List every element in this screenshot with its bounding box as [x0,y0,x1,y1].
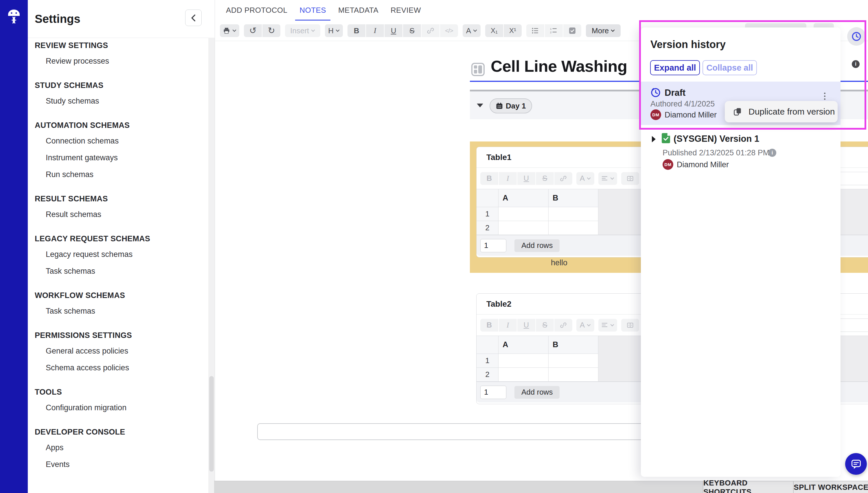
strikethrough-button[interactable]: S [536,172,554,185]
sidebar-item-result-schemas[interactable]: Result schemas [28,206,208,223]
sidebar-item-study-schemas[interactable]: Study schemas [28,92,208,109]
italic-button[interactable]: I [499,172,517,185]
insert-menu-button[interactable]: Insert [285,24,320,37]
text-color-button[interactable]: A [576,319,594,331]
tab-notes[interactable]: NOTES [294,0,332,21]
corner-cell[interactable] [477,189,499,207]
expand-version-caret[interactable] [652,136,656,142]
print-button[interactable] [220,24,239,37]
row-header[interactable]: 2 [477,221,499,235]
settings-scrollbar[interactable] [208,38,215,493]
bold-button[interactable]: B [480,172,498,185]
superscript-button[interactable]: X¹ [504,24,522,37]
sidebar-item-run-schemas[interactable]: Run schemas [28,166,208,183]
redo-button[interactable]: ↻ [262,24,280,37]
cell-b1[interactable] [548,354,598,368]
underline-button[interactable]: U [517,319,535,331]
merge-cells-button[interactable] [621,172,639,185]
entry-title[interactable]: Cell Line Washing [491,57,627,76]
empty-text-field[interactable] [257,423,690,440]
text-color-button[interactable]: A [576,172,594,185]
text-color-button[interactable]: A [463,24,481,37]
bullet-list-button[interactable] [526,24,544,37]
sidebar-item-workflow-task-schemas[interactable]: Task schemas [28,303,208,319]
benchling-logo-icon[interactable] [7,7,21,24]
bold-button[interactable]: B [347,24,365,37]
subscript-button[interactable]: X₁ [485,24,503,37]
cell-a1[interactable] [499,207,548,221]
merge-cells-button[interactable] [621,319,639,331]
duplicate-icon [734,107,742,116]
heading-menu-button[interactable]: H [325,24,343,37]
collapse-all-button[interactable]: Collapse all [702,60,757,75]
version-entry-v1[interactable]: (SYSGEN) Version 1 Published 2/13/2025 0… [641,132,841,175]
align-menu-button[interactable] [598,319,617,331]
sidebar-item-apps[interactable]: Apps [28,439,208,456]
row-header[interactable]: 1 [477,207,499,221]
collapse-day-caret[interactable] [477,104,483,107]
collapse-panel-button[interactable] [185,9,202,26]
cell-a2[interactable] [499,221,548,235]
version-name[interactable]: Draft [665,88,686,98]
column-header-a[interactable]: A [499,336,548,354]
table-caption[interactable]: hello [551,258,567,267]
keyboard-shortcuts-button[interactable]: KEYBOARD SHORTCUTS [703,481,794,493]
numbered-list-button[interactable]: 1 2 [545,24,563,37]
sidebar-item-instrument-gateways[interactable]: Instrument gateways [28,149,208,166]
column-header-b[interactable]: B [548,189,598,207]
sidebar-item-review-processes[interactable]: Review processes [28,53,208,69]
italic-button[interactable]: I [499,319,517,331]
cell-a2[interactable] [499,368,548,382]
corner-cell[interactable] [477,336,499,354]
bold-button[interactable]: B [480,319,498,331]
column-header-b[interactable]: B [548,336,598,354]
row-header[interactable]: 1 [477,354,499,368]
strikethrough-button[interactable]: S [403,24,421,37]
tab-metadata[interactable]: METADATA [332,0,385,21]
cell-b2[interactable] [548,221,598,235]
column-header-a[interactable]: A [499,189,548,207]
sidebar-item-legacy-task-schemas[interactable]: Task schemas [28,263,208,279]
expand-all-button[interactable]: Expand all [650,60,700,75]
split-workspace-button[interactable]: SPLIT WORKSPACE [793,481,868,493]
link-button[interactable] [555,172,572,185]
kebab-menu-icon[interactable] [820,90,829,102]
link-button[interactable] [555,319,572,331]
nav-section-workflow-schemas: WORKFLOW SCHEMAS [28,288,208,303]
day-chip[interactable]: Day 1 [490,99,532,113]
avatar: DM [650,109,661,120]
cell-b1[interactable] [548,207,598,221]
tab-review[interactable]: REVIEW [385,0,427,21]
sidebar-item-connection-schemas[interactable]: Connection schemas [28,132,208,149]
duplicate-from-version-item[interactable]: Duplicate from version [748,107,835,116]
underline-button[interactable]: U [517,172,535,185]
cell-b2[interactable] [548,368,598,382]
cell-a1[interactable] [499,354,548,368]
add-rows-button[interactable]: Add rows [515,386,560,399]
scrollbar-thumb[interactable] [209,376,214,472]
sidebar-item-schema-access-policies[interactable]: Schema access policies [28,359,208,376]
code-button[interactable]: </> [440,24,458,37]
version-name[interactable]: (SYSGEN) Version 1 [674,134,759,144]
version-history-toggle-button[interactable] [847,27,866,46]
underline-button[interactable]: U [385,24,403,37]
add-rows-button[interactable]: Add rows [515,239,560,252]
link-button[interactable] [421,24,439,37]
checklist-button[interactable] [563,24,581,37]
info-rail-button[interactable]: i [852,60,860,68]
add-rows-count-input[interactable] [480,386,506,399]
strikethrough-button[interactable]: S [536,319,554,331]
italic-button[interactable]: I [366,24,384,37]
row-header[interactable]: 2 [477,368,499,382]
align-menu-button[interactable] [598,172,617,185]
tab-add-protocol[interactable]: ADD PROTOCOL [220,0,294,21]
sidebar-item-events[interactable]: Events [28,456,208,473]
add-rows-count-input[interactable] [480,239,506,252]
info-icon[interactable]: i [768,149,776,157]
sidebar-item-general-access-policies[interactable]: General access policies [28,343,208,359]
more-menu-button[interactable]: More [586,24,621,37]
sidebar-item-legacy-request-schemas[interactable]: Legacy request schemas [28,246,208,263]
undo-button[interactable]: ↺ [244,24,262,37]
chat-fab-button[interactable] [845,453,867,475]
sidebar-item-configuration-migration[interactable]: Configuration migration [28,399,208,416]
